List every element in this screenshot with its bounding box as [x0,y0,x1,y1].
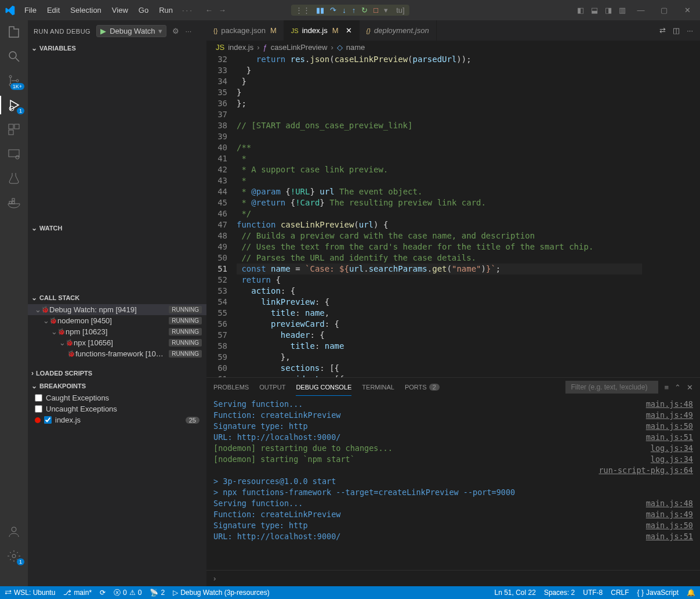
drag-icon[interactable]: ⋮⋮ [295,6,310,15]
filter-icon[interactable]: ≡ [664,383,669,392]
sb-remote[interactable]: ⮂ WSL: Ubuntu [5,589,55,597]
gear-icon[interactable]: ⚙ [172,27,179,35]
sb-lncol[interactable]: Ln 51, Col 22 [495,589,536,597]
bp-uncaught[interactable]: Uncaught Exceptions [28,403,206,414]
run-debug-icon[interactable]: 1 [7,98,21,112]
console-source-link[interactable]: main.js:48 [646,498,693,509]
nav-back-icon[interactable]: ← [205,6,213,15]
close-icon[interactable]: ✕ [679,6,695,15]
bp-caught-checkbox[interactable] [35,394,42,402]
section-variables[interactable]: ⌄VARIABLES [28,42,206,55]
panel-tab-problems[interactable]: PROBLEMS [213,379,249,395]
section-watch[interactable]: ⌄WATCH [28,222,206,234]
stack-row[interactable]: ⌄ 🐞 nodemon [9450]RUNNING [28,315,206,326]
section-callstack[interactable]: ⌄CALL STACK [28,291,206,304]
code-line[interactable]: } [237,87,642,98]
console-source-link[interactable]: log.js:34 [651,443,693,454]
menu-go[interactable]: Go [134,3,153,17]
bp-uncaught-checkbox[interactable] [35,405,42,413]
code-line[interactable]: previewCard: { [237,319,642,330]
chevron-up-icon[interactable]: ⌃ [674,383,681,392]
close-panel-icon[interactable]: ✕ [687,383,693,392]
code-line[interactable]: return { [237,275,642,286]
code-line[interactable]: // [START add_ons_case_preview_link] [237,120,642,131]
stack-row[interactable]: 🐞 functions-framework [106…RUNNING [28,348,206,359]
console-source-link[interactable]: main.js:51 [646,531,693,542]
code-line[interactable] [237,131,642,142]
code-line[interactable]: // Uses the text from the card's header … [237,241,642,252]
code-line[interactable]: // Parses the URL and identify the case … [237,252,642,264]
dropdown-icon[interactable]: ▾ [384,6,388,15]
console-source-link[interactable]: main.js:49 [646,410,693,421]
step-out-icon[interactable]: ↑ [352,6,356,15]
editor[interactable]: 3233343536373839404142434445464748495051… [206,54,700,377]
layout-custom-icon[interactable]: ▥ [619,6,626,15]
start-debug-icon[interactable]: ▶ [100,27,106,35]
step-over-icon[interactable]: ↷ [330,6,336,15]
layout-bottom-icon[interactable]: ⬓ [591,6,598,15]
minimize-icon[interactable]: — [633,6,649,15]
explorer-icon[interactable] [7,25,21,39]
menu-view[interactable]: View [107,3,133,17]
tab-deployment-json[interactable]: {}deployment.json [360,20,437,41]
section-loaded[interactable]: ›LOADED SCRIPTS [28,367,206,380]
stop-icon[interactable]: □ [373,6,378,15]
sb-spaces[interactable]: Spaces: 2 [544,589,575,597]
accounts-icon[interactable] [7,525,21,539]
console-source-link[interactable]: main.js:51 [646,432,693,443]
console-source-link[interactable]: run-script-pkg.js:64 [599,465,693,476]
code-line[interactable]: title: name, [237,308,642,319]
stack-row[interactable]: ⌄ 🐞 npm [10623]RUNNING [28,326,206,337]
code-line[interactable]: * @return {!Card} The resulting preview … [237,197,642,208]
code-line[interactable]: }; [237,98,642,109]
code-line[interactable]: sections: [{ [237,363,642,374]
code-line[interactable]: } [237,65,642,76]
menu-run[interactable]: Run [154,3,177,17]
code-line[interactable]: action: { [237,286,642,297]
code-line[interactable]: /** [237,142,642,153]
debug-config-dropdown[interactable]: ▶ Debug Watch ▾ [96,25,166,37]
menu-selection[interactable]: Selection [66,3,106,17]
pause-icon[interactable]: ▮▮ [316,6,324,15]
extensions-icon[interactable] [7,122,21,136]
testing-icon[interactable] [7,171,21,185]
step-into-icon[interactable]: ↓ [342,6,346,15]
settings-gear-icon[interactable]: 1 [7,549,21,563]
restart-icon[interactable]: ↻ [361,6,368,15]
code-line[interactable]: widgets: [{ [237,374,642,377]
panel-tab-terminal[interactable]: TERMINAL [362,379,394,395]
sb-ports[interactable]: 📡 2 [150,589,165,597]
code-line[interactable]: * @param {!URL} url The event object. [237,186,642,197]
bp-file-checkbox[interactable] [44,416,52,424]
console-source-link[interactable]: main.js:48 [646,399,693,410]
code-line[interactable] [237,109,642,120]
sb-lang[interactable]: { } JavaScript [637,589,679,597]
stack-row[interactable]: ⌄ 🐞 Debug Watch: npm [9419]RUNNING [28,304,206,315]
console-source-link[interactable]: main.js:49 [646,509,693,520]
bp-caught[interactable]: Caught Exceptions [28,392,206,403]
code-line[interactable]: */ [237,208,642,219]
remote-explorer-icon[interactable] [7,147,21,161]
code-line[interactable]: * [237,153,642,164]
section-breakpoints[interactable]: ⌄BREAKPOINTS [28,380,206,392]
panel-tab-output[interactable]: OUTPUT [259,379,285,395]
sb-sync[interactable]: ⟳ [100,589,106,597]
sb-eol[interactable]: CRLF [611,589,629,597]
source-control-icon[interactable]: 1K+ [7,74,21,88]
compare-changes-icon[interactable]: ⇄ [659,26,666,35]
console-source-link[interactable]: log.js:34 [651,454,693,465]
nav-forward-icon[interactable]: → [219,6,226,15]
sb-notifications-icon[interactable]: 🔔 [687,589,695,597]
stack-row[interactable]: ⌄ 🐞 npx [10656]RUNNING [28,337,206,348]
minimap[interactable] [642,54,700,377]
code-line[interactable]: * [237,175,642,186]
code-line[interactable]: // Builds a preview card with the case n… [237,230,642,241]
close-tab-icon[interactable]: ✕ [346,26,352,35]
layout-left-icon[interactable]: ◧ [577,6,584,15]
code-line[interactable]: function caseLinkPreview(url) { [237,219,642,230]
console-filter-input[interactable] [565,381,658,394]
menu-edit[interactable]: Edit [42,3,64,17]
layout-right-icon[interactable]: ◨ [605,6,612,15]
more-icon[interactable]: ··· [185,27,191,35]
tab-index-js[interactable]: JSindex.jsM✕ [284,20,360,41]
